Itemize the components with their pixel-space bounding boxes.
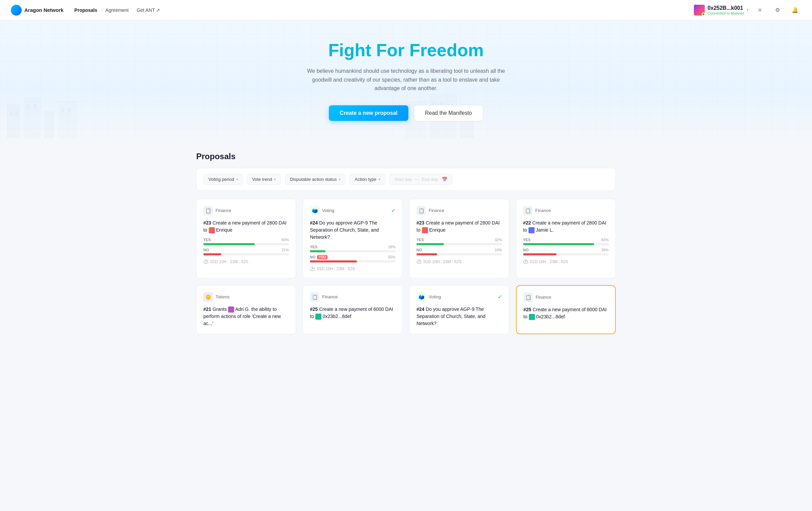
yes-bar-bg <box>310 250 396 252</box>
yes-percent: 83% <box>601 238 609 242</box>
timer-value: 01D 10H : 23M : 52S <box>317 267 355 271</box>
card-type-row: 📋 Finance <box>203 206 289 215</box>
filter-vote-trend[interactable]: Vote trend ▾ <box>247 174 281 185</box>
card-type-row: 📋 Finance <box>416 206 502 215</box>
proposals-grid: 📋 Finance #23 Create a new payment of 28… <box>196 199 616 334</box>
proposal-card[interactable]: 📋 Finance #23 Create a new payment of 28… <box>196 199 296 278</box>
proposal-card[interactable]: 📋 Finance #25 Create a new payment of 60… <box>516 285 616 334</box>
card-title: #21 Grants Adri G. the ability to perfor… <box>203 306 289 327</box>
yes-percent: 18% <box>388 245 396 249</box>
proposal-number: #23 <box>203 220 211 226</box>
yes-label: YES <box>523 238 531 242</box>
yes-vote-row: YES 60% <box>203 238 289 245</box>
type-icon: 📋 <box>203 206 213 215</box>
read-manifesto-button[interactable]: Read the Manifesto <box>414 105 483 121</box>
no-percent: 21% <box>281 248 289 252</box>
hero-content: Fight For Freedom We believe humankind s… <box>7 41 805 121</box>
timer-value: 01D 10H : 23M : 52S <box>530 259 568 264</box>
no-bar-fill <box>310 260 357 262</box>
no-bar-bg <box>203 253 289 255</box>
recipient-avatar <box>529 314 535 320</box>
type-icon: 📋 <box>523 293 533 302</box>
card-title: #25 Create a new payment of 6000 DAI to … <box>523 306 608 320</box>
card-timer: 🕐 01D 10H : 23M : 52S <box>523 259 609 264</box>
recipient-avatar <box>528 227 535 233</box>
proposal-card[interactable]: 🗳️ Voting ✓ #24 Do you approve AGP-9 The… <box>409 285 509 334</box>
filter-action-type[interactable]: Action type ▾ <box>349 174 385 185</box>
proposal-number: #25 <box>310 306 318 312</box>
no-vote-row: NO 39% <box>523 248 609 255</box>
yes-label: YES <box>310 245 317 249</box>
calendar-icon: 📅 <box>442 177 447 182</box>
proposal-number: #24 <box>416 306 424 312</box>
proposals-section: Proposals Voting period ▾ Vote trend ▾ D… <box>169 138 643 348</box>
card-type-row: 🗳️ Voting ✓ <box>416 292 502 302</box>
card-type-row: 🗳️ Voting ✓ <box>310 206 396 215</box>
date-range-filter[interactable]: Start day — End day 📅 <box>389 174 453 185</box>
create-proposal-button[interactable]: Create a new proposal <box>329 105 408 121</box>
wallet-connected-dot <box>702 13 705 16</box>
proposal-card[interactable]: 📋 Finance #22 Create a new payment of 28… <box>516 199 616 278</box>
yes-vote-row: YES 32% <box>416 238 502 245</box>
no-bar-bg <box>416 253 502 255</box>
type-label: Finance <box>535 208 551 213</box>
proposal-card[interactable]: 📋 Finance #25 Create a new payment of 60… <box>303 285 403 334</box>
chevron-down-icon: ▾ <box>274 177 276 181</box>
yes-percent: 60% <box>281 238 289 242</box>
clock-icon: 🕐 <box>310 267 315 271</box>
proposal-card[interactable]: 📋 Finance #23 Create a new payment of 28… <box>409 199 509 278</box>
no-bar-bg <box>523 253 609 255</box>
recipient-avatar <box>209 227 215 233</box>
proposal-card[interactable]: 🪙 Tokens #21 Grants Adri G. the ability … <box>196 285 296 334</box>
logo[interactable]: Aragon Network <box>11 5 64 16</box>
yes-label: YES <box>203 238 211 242</box>
card-title: #24 Do you approve AGP-9 The Separation … <box>310 219 396 241</box>
logo-icon <box>11 5 22 16</box>
card-timer: 🕐 01D 10H : 23M : 52S <box>416 259 502 264</box>
wallet-button[interactable]: 0x252B...k001 Connected to Mainnet ▾ <box>694 5 748 16</box>
nav-proposals[interactable]: Proposals <box>74 7 97 13</box>
type-label: Finance <box>429 208 444 213</box>
type-label: Finance <box>216 208 231 213</box>
proposal-card[interactable]: 🗳️ Voting ✓ #24 Do you approve AGP-9 The… <box>303 199 403 278</box>
type-label: Finance <box>536 295 551 300</box>
logo-text: Aragon Network <box>24 7 64 13</box>
no-label: NO <box>203 248 209 252</box>
type-icon: 🗳️ <box>416 292 426 302</box>
no-label: NO <box>523 248 529 252</box>
card-title: #22 Create a new payment of 2800 DAI to … <box>523 219 609 234</box>
settings-icon[interactable]: ⚙ <box>771 4 784 16</box>
filter-disputable-status[interactable]: Disputable action status ▾ <box>285 174 345 185</box>
notifications-icon[interactable]: 🔔 <box>789 4 801 16</box>
no-percent: 39% <box>601 248 609 252</box>
yes-label: YES <box>416 238 424 242</box>
hero-section: Fight For Freedom We believe humankind s… <box>0 20 812 138</box>
card-title: #23 Create a new payment of 2800 DAI to … <box>203 219 289 234</box>
card-type-row: 📋 Finance <box>523 293 608 302</box>
wallet-address: 0x252B...k001 <box>707 5 744 11</box>
proposal-number: #21 <box>203 306 211 312</box>
yes-bar-fill <box>310 250 325 252</box>
vote-section: YES 32% NO 24% <box>416 238 502 255</box>
card-timer: 🕐 01D 10H : 23M : 52S <box>310 267 396 271</box>
type-icon: 📋 <box>310 292 319 302</box>
type-label: Finance <box>322 294 338 299</box>
chevron-down-icon: ▾ <box>379 177 380 181</box>
clock-icon: 🕐 <box>416 259 422 264</box>
yes-bar-fill <box>203 243 255 245</box>
proposal-number: #23 <box>416 220 424 226</box>
yes-bar-fill <box>523 243 594 245</box>
clock-icon: 🕐 <box>523 259 528 264</box>
menu-icon[interactable]: ≡ <box>754 4 766 16</box>
filter-voting-period[interactable]: Voting period ▾ <box>203 174 243 185</box>
vote-section: YES 83% NO 39% <box>523 238 609 255</box>
nav-agreement[interactable]: Agreement <box>106 7 129 13</box>
recipient-avatar <box>228 306 234 313</box>
type-icon: 🪙 <box>203 292 213 302</box>
proposal-number: #24 <box>310 220 318 226</box>
navbar-left: Aragon Network Proposals Agreement Get A… <box>11 5 160 16</box>
end-day-placeholder: End day <box>422 177 438 182</box>
nav-get-ant[interactable]: Get ANT ↗ <box>137 7 160 13</box>
proposal-number: #22 <box>523 220 531 226</box>
no-bar-fill <box>203 253 221 255</box>
